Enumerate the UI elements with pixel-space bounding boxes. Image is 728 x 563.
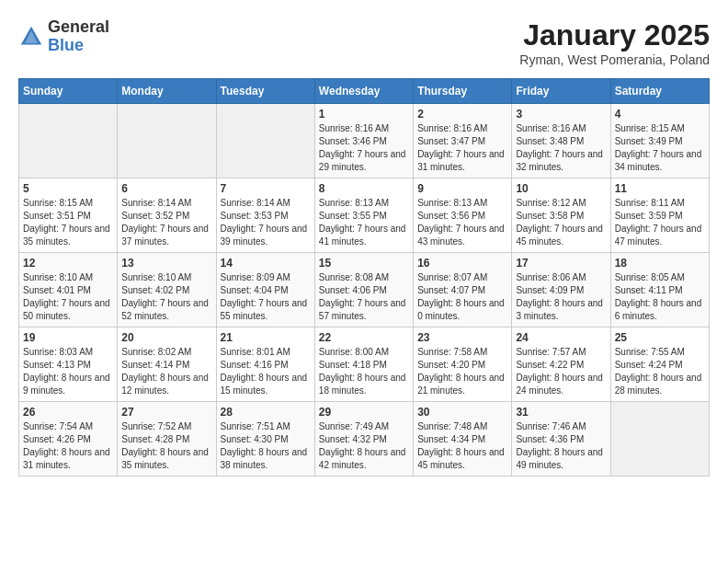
cell-content: Sunrise: 7:51 AM Sunset: 4:30 PM Dayligh… bbox=[221, 420, 311, 472]
day-number: 7 bbox=[221, 182, 311, 195]
location: Ryman, West Pomerania, Poland bbox=[519, 52, 710, 67]
day-number: 10 bbox=[516, 182, 606, 195]
cell-content: Sunrise: 7:48 AM Sunset: 4:34 PM Dayligh… bbox=[417, 420, 507, 472]
day-number: 1 bbox=[319, 108, 409, 121]
weekday-header: Tuesday bbox=[216, 79, 314, 104]
cell-content: Sunrise: 7:46 AM Sunset: 4:36 PM Dayligh… bbox=[516, 420, 606, 472]
day-number: 13 bbox=[121, 257, 211, 270]
day-number: 11 bbox=[615, 182, 705, 195]
calendar-cell: 23Sunrise: 7:58 AM Sunset: 4:20 PM Dayli… bbox=[414, 327, 512, 402]
day-number: 22 bbox=[319, 331, 409, 344]
logo: General Blue bbox=[18, 18, 109, 55]
day-number: 12 bbox=[23, 257, 113, 270]
calendar-cell: 12Sunrise: 8:10 AM Sunset: 4:01 PM Dayli… bbox=[19, 253, 118, 327]
cell-content: Sunrise: 7:55 AM Sunset: 4:24 PM Dayligh… bbox=[615, 346, 705, 397]
calendar-cell: 14Sunrise: 8:09 AM Sunset: 4:04 PM Dayli… bbox=[216, 253, 314, 327]
calendar-cell: 21Sunrise: 8:01 AM Sunset: 4:16 PM Dayli… bbox=[216, 327, 314, 402]
cell-content: Sunrise: 8:01 AM Sunset: 4:16 PM Dayligh… bbox=[221, 346, 311, 397]
calendar-cell: 17Sunrise: 8:06 AM Sunset: 4:09 PM Dayli… bbox=[512, 253, 610, 327]
calendar-cell: 11Sunrise: 8:11 AM Sunset: 3:59 PM Dayli… bbox=[610, 178, 709, 253]
day-number: 4 bbox=[615, 108, 705, 121]
calendar-week-row: 1Sunrise: 8:16 AM Sunset: 3:46 PM Daylig… bbox=[19, 104, 710, 178]
calendar-cell: 29Sunrise: 7:49 AM Sunset: 4:32 PM Dayli… bbox=[314, 402, 413, 477]
logo-text: General Blue bbox=[48, 18, 109, 55]
cell-content: Sunrise: 8:08 AM Sunset: 4:06 PM Dayligh… bbox=[319, 271, 409, 323]
cell-content: Sunrise: 8:14 AM Sunset: 3:53 PM Dayligh… bbox=[221, 197, 311, 248]
day-number: 29 bbox=[319, 406, 409, 419]
cell-content: Sunrise: 8:09 AM Sunset: 4:04 PM Dayligh… bbox=[221, 271, 311, 323]
calendar-cell: 13Sunrise: 8:10 AM Sunset: 4:02 PM Dayli… bbox=[118, 253, 216, 327]
calendar-cell: 25Sunrise: 7:55 AM Sunset: 4:24 PM Dayli… bbox=[610, 327, 709, 402]
cell-content: Sunrise: 8:14 AM Sunset: 3:52 PM Dayligh… bbox=[121, 197, 211, 248]
calendar-cell: 24Sunrise: 7:57 AM Sunset: 4:22 PM Dayli… bbox=[512, 327, 610, 402]
day-number: 30 bbox=[417, 406, 507, 419]
cell-content: Sunrise: 8:11 AM Sunset: 3:59 PM Dayligh… bbox=[615, 197, 705, 248]
logo-general: General bbox=[48, 18, 109, 37]
calendar-table: SundayMondayTuesdayWednesdayThursdayFrid… bbox=[18, 78, 710, 477]
cell-content: Sunrise: 7:57 AM Sunset: 4:22 PM Dayligh… bbox=[516, 346, 606, 397]
calendar-cell: 5Sunrise: 8:15 AM Sunset: 3:51 PM Daylig… bbox=[19, 178, 118, 253]
calendar-cell: 30Sunrise: 7:48 AM Sunset: 4:34 PM Dayli… bbox=[414, 402, 512, 477]
cell-content: Sunrise: 8:00 AM Sunset: 4:18 PM Dayligh… bbox=[319, 346, 409, 397]
day-number: 6 bbox=[121, 182, 211, 195]
day-number: 25 bbox=[615, 331, 705, 344]
calendar-week-row: 12Sunrise: 8:10 AM Sunset: 4:01 PM Dayli… bbox=[19, 253, 710, 327]
calendar-cell: 27Sunrise: 7:52 AM Sunset: 4:28 PM Dayli… bbox=[118, 402, 216, 477]
calendar-cell: 28Sunrise: 7:51 AM Sunset: 4:30 PM Dayli… bbox=[216, 402, 314, 477]
day-number: 24 bbox=[516, 331, 606, 344]
day-number: 20 bbox=[121, 331, 211, 344]
weekday-header: Monday bbox=[118, 79, 216, 104]
calendar-week-row: 19Sunrise: 8:03 AM Sunset: 4:13 PM Dayli… bbox=[19, 327, 710, 402]
calendar-week-row: 26Sunrise: 7:54 AM Sunset: 4:26 PM Dayli… bbox=[19, 402, 710, 477]
cell-content: Sunrise: 8:03 AM Sunset: 4:13 PM Dayligh… bbox=[23, 346, 113, 397]
calendar-cell: 7Sunrise: 8:14 AM Sunset: 3:53 PM Daylig… bbox=[216, 178, 314, 253]
cell-content: Sunrise: 8:16 AM Sunset: 3:48 PM Dayligh… bbox=[516, 122, 606, 174]
cell-content: Sunrise: 8:15 AM Sunset: 3:51 PM Dayligh… bbox=[23, 197, 113, 248]
month-title: January 2025 bbox=[519, 18, 710, 52]
calendar-cell: 8Sunrise: 8:13 AM Sunset: 3:55 PM Daylig… bbox=[314, 178, 413, 253]
calendar-cell: 20Sunrise: 8:02 AM Sunset: 4:14 PM Dayli… bbox=[118, 327, 216, 402]
day-number: 15 bbox=[319, 257, 409, 270]
cell-content: Sunrise: 7:54 AM Sunset: 4:26 PM Dayligh… bbox=[23, 420, 113, 472]
page-header: General Blue January 2025 Ryman, West Po… bbox=[18, 18, 710, 67]
title-block: January 2025 Ryman, West Pomerania, Pola… bbox=[519, 18, 710, 67]
cell-content: Sunrise: 8:10 AM Sunset: 4:01 PM Dayligh… bbox=[23, 271, 113, 323]
weekday-header: Thursday bbox=[414, 79, 512, 104]
cell-content: Sunrise: 8:07 AM Sunset: 4:07 PM Dayligh… bbox=[417, 271, 507, 323]
day-number: 17 bbox=[516, 257, 606, 270]
logo-icon bbox=[18, 24, 44, 50]
day-number: 14 bbox=[221, 257, 311, 270]
calendar-cell bbox=[118, 104, 216, 178]
weekday-header: Friday bbox=[512, 79, 610, 104]
cell-content: Sunrise: 8:10 AM Sunset: 4:02 PM Dayligh… bbox=[121, 271, 211, 323]
calendar-week-row: 5Sunrise: 8:15 AM Sunset: 3:51 PM Daylig… bbox=[19, 178, 710, 253]
day-number: 19 bbox=[23, 331, 113, 344]
calendar-cell bbox=[216, 104, 314, 178]
calendar-cell bbox=[19, 104, 118, 178]
calendar-cell: 4Sunrise: 8:15 AM Sunset: 3:49 PM Daylig… bbox=[610, 104, 709, 178]
cell-content: Sunrise: 7:58 AM Sunset: 4:20 PM Dayligh… bbox=[417, 346, 507, 397]
cell-content: Sunrise: 8:16 AM Sunset: 3:46 PM Dayligh… bbox=[319, 122, 409, 174]
calendar-cell: 2Sunrise: 8:16 AM Sunset: 3:47 PM Daylig… bbox=[414, 104, 512, 178]
cell-content: Sunrise: 8:02 AM Sunset: 4:14 PM Dayligh… bbox=[121, 346, 211, 397]
day-number: 18 bbox=[615, 257, 705, 270]
cell-content: Sunrise: 8:12 AM Sunset: 3:58 PM Dayligh… bbox=[516, 197, 606, 248]
cell-content: Sunrise: 8:15 AM Sunset: 3:49 PM Dayligh… bbox=[615, 122, 705, 174]
calendar-cell bbox=[610, 402, 709, 477]
calendar-cell: 10Sunrise: 8:12 AM Sunset: 3:58 PM Dayli… bbox=[512, 178, 610, 253]
calendar-cell: 22Sunrise: 8:00 AM Sunset: 4:18 PM Dayli… bbox=[314, 327, 413, 402]
day-number: 2 bbox=[417, 108, 507, 121]
day-number: 23 bbox=[417, 331, 507, 344]
cell-content: Sunrise: 8:06 AM Sunset: 4:09 PM Dayligh… bbox=[516, 271, 606, 323]
weekday-header: Sunday bbox=[19, 79, 118, 104]
calendar-cell: 3Sunrise: 8:16 AM Sunset: 3:48 PM Daylig… bbox=[512, 104, 610, 178]
calendar-cell: 19Sunrise: 8:03 AM Sunset: 4:13 PM Dayli… bbox=[19, 327, 118, 402]
cell-content: Sunrise: 7:49 AM Sunset: 4:32 PM Dayligh… bbox=[319, 420, 409, 472]
day-number: 21 bbox=[221, 331, 311, 344]
calendar-cell: 1Sunrise: 8:16 AM Sunset: 3:46 PM Daylig… bbox=[314, 104, 413, 178]
weekday-header: Saturday bbox=[610, 79, 709, 104]
calendar-cell: 26Sunrise: 7:54 AM Sunset: 4:26 PM Dayli… bbox=[19, 402, 118, 477]
cell-content: Sunrise: 8:13 AM Sunset: 3:56 PM Dayligh… bbox=[417, 197, 507, 248]
calendar-cell: 9Sunrise: 8:13 AM Sunset: 3:56 PM Daylig… bbox=[414, 178, 512, 253]
weekday-header: Wednesday bbox=[314, 79, 413, 104]
